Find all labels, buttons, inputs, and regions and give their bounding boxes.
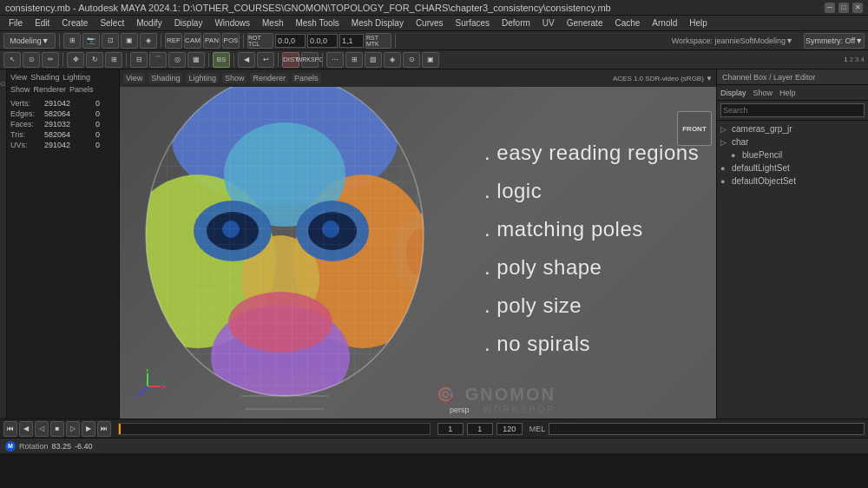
tb2-snap-point[interactable]: ◎ — [168, 52, 186, 68]
menu-edit[interactable]: Edit — [30, 16, 55, 31]
toolbar-rst[interactable]: RST MTK — [365, 33, 391, 49]
outliner-item-cameras[interactable]: ▷ cameras_grp_jr — [717, 122, 868, 135]
menu-cache[interactable]: Cache — [609, 16, 645, 31]
menu-display[interactable]: Display — [169, 16, 208, 31]
start-frame-input[interactable] — [467, 423, 493, 435]
toolbar-icon-3[interactable]: ⊡ — [102, 33, 119, 49]
rot-y-input[interactable] — [307, 34, 338, 48]
tb2-ipr[interactable]: WRKSPC — [301, 52, 319, 68]
tb2-snap-view[interactable]: ▦ — [187, 52, 205, 68]
step-fwd[interactable]: ▶ — [82, 421, 95, 437]
stat-edges: Edges: 582064 0 0 — [10, 109, 115, 118]
tb2-select[interactable]: ↖ — [3, 52, 21, 68]
tab-view[interactable]: View — [10, 73, 27, 82]
tb2-extra-2[interactable]: ⊞ — [345, 52, 363, 68]
viewport-bg[interactable]: . easy reading regions . logic . matchin… — [120, 87, 716, 419]
play-beginning[interactable]: ⏮ — [3, 421, 17, 437]
toolbar-mode-dropdown[interactable]: Modeling▼ — [3, 33, 56, 49]
menu-deform[interactable]: Deform — [496, 16, 536, 31]
vp-btn-show[interactable]: Show — [222, 73, 247, 83]
icon-defaultlightset: ● — [720, 164, 729, 173]
menu-arnold[interactable]: Arnold — [647, 16, 682, 31]
vp-btn-shading[interactable]: Shading — [148, 73, 182, 83]
symmetry-btn[interactable]: Symmetry: Off▼ — [804, 33, 865, 49]
tb2-extra-4[interactable]: ◈ — [384, 52, 401, 68]
tb2-history[interactable]: ◀ — [238, 52, 255, 68]
play-back[interactable]: ◁ — [35, 421, 49, 437]
tab-shading[interactable]: Shading — [30, 73, 59, 82]
play-end[interactable]: ⏭ — [97, 421, 111, 437]
tb2-extra-3[interactable]: ▧ — [365, 52, 382, 68]
menu-select[interactable]: Select — [95, 16, 129, 31]
toolbar-rot-tcl[interactable]: ROT TCL — [247, 33, 273, 49]
vp-colorspace[interactable]: ACES 1.0 SDR-video (sRGB) ▼ — [613, 75, 713, 82]
tb2-extra-6[interactable]: ▣ — [422, 52, 439, 68]
play-fwd[interactable]: ▷ — [66, 421, 80, 437]
outliner-item-defaultobjectset[interactable]: ● defaultObjectSet — [717, 175, 868, 188]
close-button[interactable]: ✕ — [852, 3, 863, 13]
tb2-snap-grid[interactable]: ⊟ — [130, 52, 148, 68]
vp-btn-lighting[interactable]: Lighting — [186, 73, 219, 83]
outliner-search-input[interactable] — [720, 103, 865, 117]
stop[interactable]: ■ — [50, 421, 64, 437]
tb2-extra-5[interactable]: ⊙ — [403, 52, 420, 68]
vp-btn-view[interactable]: View — [123, 73, 145, 83]
menu-modify[interactable]: Modify — [131, 16, 167, 31]
toolbar-icon-2[interactable]: 📷 — [82, 33, 100, 49]
mel-python-toggle[interactable]: MEL — [529, 425, 546, 433]
menu-mesh-tools[interactable]: Mesh Tools — [290, 16, 344, 31]
menu-create[interactable]: Create — [56, 16, 93, 31]
maximize-button[interactable]: □ — [838, 3, 849, 13]
menu-generate[interactable]: Generate — [562, 16, 608, 31]
menu-mesh-display[interactable]: Mesh Display — [346, 16, 409, 31]
outliner-item-bluepencil[interactable]: ● bluePencil — [717, 148, 868, 162]
menu-curves[interactable]: Curves — [411, 16, 449, 31]
outliner-tab-display[interactable]: Display — [720, 89, 746, 97]
tb2-move[interactable]: ✥ — [67, 52, 84, 68]
toolbar-icon-5[interactable]: ◈ — [140, 33, 157, 49]
tab-renderer[interactable]: Renderer — [34, 85, 67, 94]
toolbar-pos[interactable]: POS — [222, 33, 240, 49]
toolbar-icon-1[interactable]: ⊞ — [63, 33, 81, 49]
menu-surfaces[interactable]: Surfaces — [450, 16, 495, 31]
end-frame-input[interactable] — [496, 423, 523, 435]
tb2-rotate[interactable]: ↻ — [86, 52, 103, 68]
menu-uv[interactable]: UV — [537, 16, 560, 31]
tb2-snap-curve[interactable]: ⌒ — [149, 52, 167, 68]
tb2-smooth[interactable]: BS — [213, 52, 230, 68]
outliner-item-char[interactable]: ▷ char — [717, 135, 868, 148]
menu-help[interactable]: Help — [684, 16, 713, 31]
menu-file[interactable]: File — [3, 16, 28, 31]
tb2-undo[interactable]: ↩ — [257, 52, 274, 68]
workspace-label[interactable]: Workspace: jeannieSoftModeling▼ — [672, 36, 799, 45]
rot-x-input[interactable] — [275, 34, 306, 48]
timeline-bar[interactable] — [118, 423, 431, 435]
outliner-tab-help[interactable]: Help — [779, 89, 796, 97]
vp-btn-renderer[interactable]: Renderer — [250, 73, 288, 83]
rot-z-input[interactable] — [339, 34, 364, 48]
tb2-extra-1[interactable]: ⋯ — [326, 52, 344, 68]
mel-input[interactable] — [549, 423, 865, 435]
menu-mesh[interactable]: Mesh — [257, 16, 288, 31]
menu-windows[interactable]: Windows — [209, 16, 255, 31]
current-frame-input[interactable] — [437, 423, 464, 435]
tb2-lasso[interactable]: ⊙ — [23, 52, 40, 68]
nav-cube[interactable]: FRONT — [677, 111, 712, 146]
sep-tb2-2 — [126, 53, 127, 67]
tab-show[interactable]: Show — [10, 85, 30, 94]
tb2-scale[interactable]: ⊞ — [105, 52, 122, 68]
tab-lighting[interactable]: Lighting — [62, 73, 90, 82]
toolbar-pan[interactable]: PAN — [203, 33, 220, 49]
outliner-tab-show[interactable]: Show — [753, 89, 773, 97]
toolbar-cam[interactable]: CAM — [184, 33, 201, 49]
toolbar-1: Modeling▼ ⊞ 📷 ⊡ ▣ ◈ REF CAM PAN POS ROT … — [0, 31, 868, 50]
tab-panels[interactable]: Panels — [69, 85, 94, 94]
outliner-item-defaultlightset[interactable]: ● defaultLightSet — [717, 162, 868, 175]
toolbar-icon-4[interactable]: ▣ — [121, 33, 138, 49]
vp-btn-panels[interactable]: Panels — [292, 73, 321, 83]
minimize-button[interactable]: ─ — [825, 3, 835, 13]
viewport[interactable]: View Shading Lighting Show Renderer Pane… — [120, 69, 716, 419]
toolbar-ref[interactable]: REF — [165, 33, 182, 49]
step-back[interactable]: ◀ — [19, 421, 33, 437]
tb2-paint[interactable]: ✏ — [42, 52, 59, 68]
